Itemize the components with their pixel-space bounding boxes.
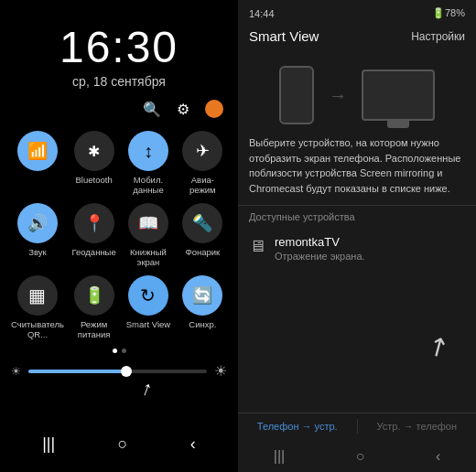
mobile-data-button[interactable]: ↕ (128, 131, 168, 171)
phone-illustration (279, 66, 314, 124)
list-item[interactable]: 🖥 remontkaTV Отражение экрана. (238, 226, 476, 271)
flashlight-label: Фонарик (185, 247, 220, 257)
book-screen-icon: 📖 (138, 213, 158, 233)
device-list: 🖥 remontkaTV Отражение экрана. (238, 226, 476, 413)
dot-1 (113, 349, 117, 353)
nav-recents-icon[interactable]: ||| (33, 429, 64, 459)
right-panel: 14:44 🔋78% Smart View Настройки → Выбери… (238, 0, 476, 472)
sync-button[interactable]: 🔄 (182, 275, 222, 316)
bottom-tabs: Телефон → устр. Устр. → телефон (238, 413, 476, 439)
qr-button[interactable]: ▦ (17, 275, 58, 316)
brightness-row: ☀ ☀ (11, 362, 227, 380)
right-header: 14:44 🔋78% (238, 0, 476, 25)
quick-item-sound[interactable]: 🔊 Звук (11, 203, 64, 268)
brightness-fill (28, 370, 126, 373)
flashlight-icon: 🔦 (192, 213, 212, 233)
time-display: 16:30 (11, 22, 227, 72)
quick-item-airplane[interactable]: ✈ Авиа-режим (178, 131, 227, 196)
device-name: remontkaTV (275, 235, 365, 249)
time-section: 16:30 ср, 18 сентября (11, 22, 227, 89)
bluetooth-label: Bluetooth (76, 175, 113, 185)
right-nav-back[interactable]: ‹ (427, 445, 449, 468)
date-display: ср, 18 сентября (11, 74, 227, 89)
mobile-data-label: Мобил. данные (124, 175, 172, 196)
bluetooth-button[interactable]: ✱ (74, 131, 114, 171)
quick-item-bluetooth[interactable]: ✱ Bluetooth (70, 131, 118, 196)
brightness-slider[interactable] (28, 370, 207, 373)
brightness-high-icon: ☀ (214, 362, 227, 380)
quick-item-power-mode[interactable]: 🔋 Режим питания (70, 275, 118, 340)
smart-view-title: Smart View (249, 28, 319, 44)
right-title-row: Smart View Настройки (238, 25, 476, 51)
search-icon[interactable]: 🔍 (143, 100, 161, 118)
device-illustration: → (238, 51, 476, 135)
quick-item-mobile-data[interactable]: ↕ Мобил. данные (124, 131, 172, 196)
sync-icon: 🔄 (192, 285, 212, 306)
tv-illustration (362, 70, 435, 121)
device-sub: Отражение экрана. (275, 251, 365, 262)
sound-icon: 🔊 (27, 213, 48, 233)
location-label: Геоданные (71, 247, 115, 257)
settings-button[interactable]: Настройки (411, 30, 465, 43)
profile-avatar[interactable] (205, 100, 223, 118)
left-nav-bar: ||| ○ ‹ (11, 429, 227, 463)
tv-icon: 🖥 (249, 237, 265, 256)
quick-item-book-screen[interactable]: 📖 Книжный экран (124, 203, 172, 268)
available-devices-label: Доступные устройства (238, 205, 476, 226)
quick-settings-grid: 📶 ✱ Bluetooth ↕ Мобил. данные ✈ Авиа-реж… (11, 131, 227, 339)
sync-label: Синхр. (189, 319, 216, 329)
quick-item-wifi[interactable]: 📶 (11, 131, 64, 196)
sound-label: Звук (28, 247, 46, 257)
tab-phone-to-device[interactable]: Телефон → устр. (238, 413, 357, 439)
quick-item-location[interactable]: 📍 Геоданные (70, 203, 118, 268)
arrow-illustration: → (329, 85, 347, 106)
airplane-label: Авиа-режим (178, 175, 227, 196)
quick-item-smart-view[interactable]: ↻ Smart View (124, 275, 172, 340)
brightness-thumb (121, 366, 132, 377)
brightness-low-icon: ☀ (11, 365, 21, 378)
settings-icon[interactable]: ⚙ (174, 100, 192, 118)
qr-label: Считыватель QR... (11, 319, 64, 340)
device-info: remontkaTV Отражение экрана. (275, 235, 365, 262)
airplane-icon: ✈ (196, 141, 210, 161)
quick-item-flashlight[interactable]: 🔦 Фонарик (178, 203, 227, 268)
flashlight-button[interactable]: 🔦 (182, 203, 222, 243)
power-mode-icon: 🔋 (84, 285, 104, 306)
smart-view-label: Smart View (126, 319, 170, 329)
wifi-icon: 📶 (27, 141, 48, 161)
left-panel: 16:30 ср, 18 сентября 🔍 ⚙ 📶 ✱ Bluetooth … (0, 0, 238, 472)
page-dots (11, 349, 227, 353)
dot-2 (122, 349, 126, 353)
bluetooth-icon: ✱ (88, 143, 100, 160)
description-text: Выберите устройство, на котором нужно от… (238, 135, 476, 205)
nav-back-icon[interactable]: ‹ (181, 429, 205, 459)
smart-view-icon: ↻ (140, 284, 156, 306)
wifi-button[interactable]: 📶 (17, 131, 58, 171)
tab-device-to-phone[interactable]: Устр. → телефон (358, 413, 477, 439)
book-screen-label: Книжный экран (124, 247, 172, 268)
power-mode-button[interactable]: 🔋 (74, 275, 114, 316)
mobile-data-icon: ↕ (144, 141, 153, 162)
right-nav-home[interactable]: ○ (347, 445, 374, 468)
book-screen-button[interactable]: 📖 (128, 203, 168, 243)
qr-icon: ▦ (28, 284, 46, 306)
power-mode-label: Режим питания (70, 319, 118, 340)
airplane-button[interactable]: ✈ (182, 131, 222, 171)
sound-button[interactable]: 🔊 (17, 203, 58, 243)
location-icon: 📍 (84, 213, 104, 233)
top-icons-row: 🔍 ⚙ (11, 100, 227, 118)
nav-home-icon[interactable]: ○ (109, 429, 137, 459)
right-nav-bar: ||| ○ ‹ (238, 439, 476, 472)
right-nav-recents[interactable]: ||| (265, 445, 294, 468)
smart-view-button[interactable]: ↻ (128, 275, 168, 316)
quick-item-sync[interactable]: 🔄 Синхр. (178, 275, 227, 340)
quick-item-qr[interactable]: ▦ Считыватель QR... (11, 275, 64, 340)
right-time: 14:44 (249, 8, 275, 19)
right-battery: 🔋78% (432, 7, 465, 19)
location-button[interactable]: 📍 (74, 203, 114, 243)
